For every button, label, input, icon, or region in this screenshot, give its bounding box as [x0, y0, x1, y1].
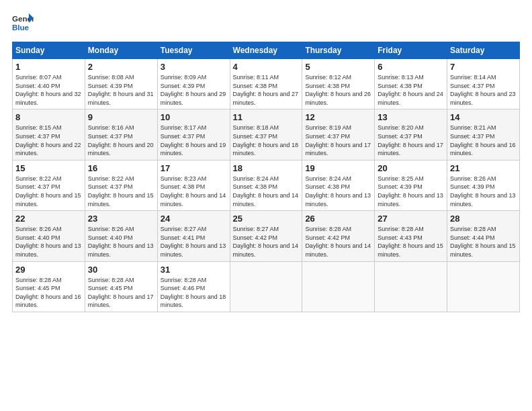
calendar-cell: [447, 261, 520, 312]
day-number: 22: [15, 214, 82, 224]
calendar-cell: 25 Sunrise: 8:27 AM Sunset: 4:42 PM Dayl…: [230, 211, 302, 261]
calendar-cell: 26 Sunrise: 8:28 AM Sunset: 4:42 PM Dayl…: [302, 211, 375, 261]
logo: General Blue: [12, 12, 34, 34]
day-info: Sunrise: 8:25 AM Sunset: 4:39 PM Dayligh…: [378, 175, 444, 208]
day-info: Sunrise: 8:18 AM Sunset: 4:37 PM Dayligh…: [233, 124, 300, 157]
day-number: 27: [378, 214, 444, 224]
day-number: 16: [88, 163, 154, 173]
day-info: Sunrise: 8:22 AM Sunset: 4:37 PM Dayligh…: [88, 175, 154, 208]
calendar-cell: 9 Sunrise: 8:16 AM Sunset: 4:37 PM Dayli…: [85, 109, 157, 160]
day-info: Sunrise: 8:08 AM Sunset: 4:39 PM Dayligh…: [88, 73, 154, 107]
day-info: Sunrise: 8:26 AM Sunset: 4:40 PM Dayligh…: [88, 225, 154, 259]
day-number: 12: [305, 112, 371, 122]
calendar-cell: 2 Sunrise: 8:08 AM Sunset: 4:39 PM Dayli…: [85, 59, 157, 109]
day-number: 3: [161, 62, 227, 72]
calendar-cell: 5 Sunrise: 8:12 AM Sunset: 4:38 PM Dayli…: [302, 59, 375, 109]
calendar-cell: 7 Sunrise: 8:14 AM Sunset: 4:37 PM Dayli…: [447, 59, 520, 109]
calendar-cell: 8 Sunrise: 8:15 AM Sunset: 4:37 PM Dayli…: [13, 109, 85, 160]
day-number: 26: [305, 214, 371, 224]
calendar-cell: 29 Sunrise: 8:28 AM Sunset: 4:45 PM Dayl…: [13, 261, 85, 312]
weekday-header: Monday: [85, 42, 157, 59]
day-info: Sunrise: 8:23 AM Sunset: 4:38 PM Dayligh…: [161, 175, 227, 208]
day-number: 13: [378, 112, 444, 122]
day-info: Sunrise: 8:24 AM Sunset: 4:38 PM Dayligh…: [233, 175, 300, 208]
day-number: 17: [161, 163, 227, 173]
day-info: Sunrise: 8:11 AM Sunset: 4:38 PM Dayligh…: [233, 73, 300, 107]
day-info: Sunrise: 8:28 AM Sunset: 4:45 PM Dayligh…: [15, 276, 82, 310]
calendar-cell: 22 Sunrise: 8:26 AM Sunset: 4:40 PM Dayl…: [13, 211, 85, 261]
logo-icon: General Blue: [12, 12, 34, 34]
calendar-cell: [375, 261, 447, 312]
day-number: 5: [305, 62, 371, 72]
day-info: Sunrise: 8:12 AM Sunset: 4:38 PM Dayligh…: [305, 73, 371, 107]
day-number: 7: [450, 62, 517, 72]
weekday-header: Tuesday: [157, 42, 230, 59]
calendar-table: SundayMondayTuesdayWednesdayThursdayFrid…: [12, 42, 520, 312]
day-info: Sunrise: 8:13 AM Sunset: 4:38 PM Dayligh…: [378, 73, 444, 107]
weekday-header: Wednesday: [230, 42, 302, 59]
calendar-cell: 13 Sunrise: 8:20 AM Sunset: 4:37 PM Dayl…: [375, 109, 447, 160]
day-info: Sunrise: 8:20 AM Sunset: 4:37 PM Dayligh…: [378, 124, 444, 157]
day-number: 21: [450, 163, 517, 173]
calendar-cell: 14 Sunrise: 8:21 AM Sunset: 4:37 PM Dayl…: [447, 109, 520, 160]
calendar-cell: 3 Sunrise: 8:09 AM Sunset: 4:39 PM Dayli…: [157, 59, 230, 109]
day-number: 4: [233, 62, 300, 72]
svg-text:Blue: Blue: [12, 24, 30, 32]
day-info: Sunrise: 8:19 AM Sunset: 4:37 PM Dayligh…: [305, 124, 371, 157]
weekday-header: Sunday: [13, 42, 85, 59]
calendar-cell: 18 Sunrise: 8:24 AM Sunset: 4:38 PM Dayl…: [230, 160, 302, 210]
calendar-cell: 1 Sunrise: 8:07 AM Sunset: 4:40 PM Dayli…: [13, 59, 85, 109]
day-info: Sunrise: 8:24 AM Sunset: 4:38 PM Dayligh…: [305, 175, 371, 208]
calendar-cell: 27 Sunrise: 8:28 AM Sunset: 4:43 PM Dayl…: [375, 211, 447, 261]
calendar-cell: 28 Sunrise: 8:28 AM Sunset: 4:44 PM Dayl…: [447, 211, 520, 261]
day-number: 30: [88, 265, 154, 275]
calendar-cell: 21 Sunrise: 8:26 AM Sunset: 4:39 PM Dayl…: [447, 160, 520, 210]
calendar-cell: [302, 261, 375, 312]
calendar-cell: [230, 261, 302, 312]
day-number: 18: [233, 163, 300, 173]
day-info: Sunrise: 8:21 AM Sunset: 4:37 PM Dayligh…: [450, 124, 517, 157]
calendar-cell: 31 Sunrise: 8:28 AM Sunset: 4:46 PM Dayl…: [157, 261, 230, 312]
calendar-cell: 4 Sunrise: 8:11 AM Sunset: 4:38 PM Dayli…: [230, 59, 302, 109]
day-info: Sunrise: 8:28 AM Sunset: 4:46 PM Dayligh…: [161, 276, 227, 310]
day-info: Sunrise: 8:14 AM Sunset: 4:37 PM Dayligh…: [450, 73, 517, 107]
day-info: Sunrise: 8:26 AM Sunset: 4:39 PM Dayligh…: [450, 175, 517, 208]
day-info: Sunrise: 8:28 AM Sunset: 4:42 PM Dayligh…: [305, 225, 371, 259]
day-number: 14: [450, 112, 517, 122]
weekday-header: Saturday: [447, 42, 520, 59]
day-number: 23: [88, 214, 154, 224]
day-info: Sunrise: 8:28 AM Sunset: 4:44 PM Dayligh…: [450, 225, 517, 259]
header: General Blue: [12, 12, 520, 34]
day-number: 28: [450, 214, 517, 224]
day-info: Sunrise: 8:15 AM Sunset: 4:37 PM Dayligh…: [15, 124, 82, 157]
calendar-cell: 24 Sunrise: 8:27 AM Sunset: 4:41 PM Dayl…: [157, 211, 230, 261]
day-number: 29: [15, 265, 82, 275]
day-number: 1: [15, 62, 82, 72]
day-number: 8: [15, 112, 82, 122]
calendar-cell: 11 Sunrise: 8:18 AM Sunset: 4:37 PM Dayl…: [230, 109, 302, 160]
day-info: Sunrise: 8:09 AM Sunset: 4:39 PM Dayligh…: [161, 73, 227, 107]
calendar-cell: 12 Sunrise: 8:19 AM Sunset: 4:37 PM Dayl…: [302, 109, 375, 160]
weekday-header: Friday: [375, 42, 447, 59]
calendar-cell: 23 Sunrise: 8:26 AM Sunset: 4:40 PM Dayl…: [85, 211, 157, 261]
day-number: 2: [88, 62, 154, 72]
calendar-cell: 20 Sunrise: 8:25 AM Sunset: 4:39 PM Dayl…: [375, 160, 447, 210]
day-number: 6: [378, 62, 444, 72]
calendar-cell: 17 Sunrise: 8:23 AM Sunset: 4:38 PM Dayl…: [157, 160, 230, 210]
page: General Blue SundayMondayTuesdayWednesda…: [0, 0, 532, 319]
day-info: Sunrise: 8:07 AM Sunset: 4:40 PM Dayligh…: [15, 73, 82, 107]
day-number: 11: [233, 112, 300, 122]
day-number: 10: [161, 112, 227, 122]
calendar-cell: 30 Sunrise: 8:28 AM Sunset: 4:45 PM Dayl…: [85, 261, 157, 312]
day-number: 31: [161, 265, 227, 275]
calendar-cell: 16 Sunrise: 8:22 AM Sunset: 4:37 PM Dayl…: [85, 160, 157, 210]
calendar-cell: 19 Sunrise: 8:24 AM Sunset: 4:38 PM Dayl…: [302, 160, 375, 210]
weekday-header: Thursday: [302, 42, 375, 59]
day-number: 20: [378, 163, 444, 173]
day-number: 19: [305, 163, 371, 173]
day-info: Sunrise: 8:28 AM Sunset: 4:43 PM Dayligh…: [378, 225, 444, 259]
calendar-cell: 6 Sunrise: 8:13 AM Sunset: 4:38 PM Dayli…: [375, 59, 447, 109]
day-info: Sunrise: 8:26 AM Sunset: 4:40 PM Dayligh…: [15, 225, 82, 259]
day-number: 25: [233, 214, 300, 224]
day-info: Sunrise: 8:27 AM Sunset: 4:41 PM Dayligh…: [161, 225, 227, 259]
